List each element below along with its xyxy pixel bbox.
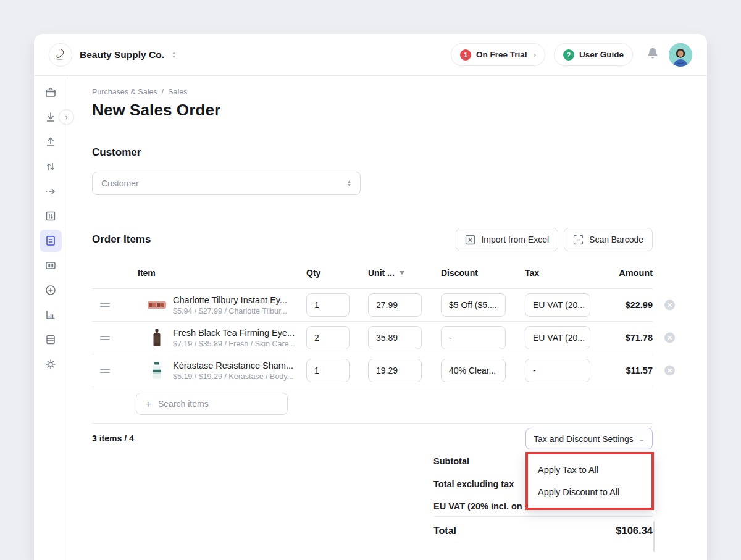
discount-select[interactable]: - [441, 326, 506, 349]
sidebar-item-sales-orders[interactable] [40, 230, 62, 252]
import-from-excel-label: Import from Excel [481, 235, 549, 244]
amount-value: $22.99 [590, 300, 653, 310]
item-thumbnail-eyeshadow-palette [146, 295, 167, 316]
tax-discount-settings-label: Tax and Discount Settings [534, 434, 634, 444]
notifications-bell-icon[interactable] [645, 46, 660, 64]
breadcrumb: Purchases & Sales / Sales [92, 88, 653, 96]
items-count: 3 items / 4 [92, 433, 134, 443]
item-name[interactable]: Charlotte Tilbury Instant Ey... [173, 295, 287, 305]
search-items-placeholder: Search items [158, 399, 209, 409]
sidebar-item-move-stock[interactable] [38, 179, 63, 204]
sidebar-expand-button[interactable]: › [59, 109, 74, 125]
customer-select-placeholder: Customer [101, 178, 139, 188]
column-discount: Discount [441, 268, 506, 278]
user-guide-label: User Guide [579, 50, 624, 59]
discount-select[interactable]: 40% Clear... [441, 359, 506, 382]
scan-barcode-label: Scan Barcode [589, 235, 643, 244]
breadcrumb-separator: / [162, 88, 164, 96]
chevron-right-icon: › [534, 50, 536, 59]
help-icon: ? [563, 49, 574, 61]
order-item-row: Fresh Black Tea Firming Eye... $7.19 / $… [92, 322, 653, 354]
order-items-heading: Order Items [92, 233, 151, 246]
sidebar-item-reports[interactable] [38, 303, 63, 327]
app-window: Beauty Supply Co. ▲▼ 1 On Free Trial › ?… [34, 34, 707, 560]
tax-select[interactable]: EU VAT (20... [525, 326, 590, 349]
total-value: $106.34 [616, 525, 653, 537]
drag-handle-icon[interactable] [92, 334, 117, 342]
amount-value: $11.57 [590, 366, 653, 375]
scrollbar-thumb[interactable] [653, 521, 655, 552]
sidebar-item-pick-list[interactable] [38, 204, 63, 228]
tax-select[interactable]: EU VAT (20... [525, 293, 590, 317]
tax-discount-settings-menu: Apply Tax to All Apply Discount to All [525, 452, 654, 510]
user-avatar[interactable] [669, 43, 692, 67]
sort-triangle-icon [400, 271, 404, 275]
unit-price-input[interactable] [368, 359, 422, 382]
logo-sketch-icon [52, 47, 69, 63]
customer-select[interactable]: Customer ▲▼ [92, 172, 361, 195]
search-items-button[interactable]: + Search items [136, 393, 288, 415]
sidebar-item-adjust-stock[interactable] [38, 154, 63, 179]
total-excluding-tax-label: Total excluding tax [433, 479, 514, 489]
sidebar [34, 76, 67, 560]
order-item-row: Kérastase Resistance Sham... $5.19 / $19… [92, 354, 653, 387]
remove-item-icon[interactable]: ✕ [664, 366, 675, 376]
drag-handle-icon[interactable] [92, 367, 117, 375]
menu-item-apply-discount-to-all[interactable]: Apply Discount to All [528, 481, 651, 503]
unit-price-input[interactable] [368, 293, 422, 317]
item-thumbnail-shampoo-bottle [146, 360, 167, 381]
company-name: Beauty Supply Co. [80, 49, 164, 61]
item-details: $7.19 / $35.89 / Fresh / Skin Care... [173, 340, 295, 348]
total-label: Total [433, 525, 456, 537]
summary-section: 3 items / 4 Tax and Discount Settings ⌄ … [92, 424, 653, 556]
on-free-trial-button[interactable]: 1 On Free Trial › [451, 43, 545, 66]
trial-label: On Free Trial [476, 50, 527, 59]
breadcrumb-purchases-sales[interactable]: Purchases & Sales [92, 88, 157, 96]
total-row: Total $106.34 [433, 516, 653, 537]
column-unit[interactable]: Unit ... [368, 268, 422, 278]
sidebar-item-add[interactable] [38, 278, 63, 303]
tax-discount-settings-button[interactable]: Tax and Discount Settings ⌄ [525, 428, 653, 449]
company-logo[interactable] [49, 43, 72, 67]
remove-item-icon[interactable]: ✕ [664, 333, 675, 343]
remove-item-icon[interactable]: ✕ [664, 300, 675, 311]
item-details: $5.94 / $27.99 / Charlotte Tilbur... [173, 307, 287, 316]
sidebar-item-barcodes[interactable] [38, 253, 63, 278]
qty-input[interactable] [306, 359, 350, 382]
user-guide-button[interactable]: ? User Guide [554, 43, 633, 66]
chevron-down-icon: ⌄ [637, 435, 646, 443]
subtotal-label: Subtotal [433, 456, 469, 466]
plus-icon: + [145, 399, 151, 409]
tax-select[interactable]: - [525, 359, 590, 382]
unit-price-input[interactable] [368, 326, 422, 349]
item-name[interactable]: Fresh Black Tea Firming Eye... [173, 328, 295, 338]
scan-icon [573, 235, 584, 245]
sidebar-item-packages[interactable] [38, 80, 63, 105]
drag-handle-icon[interactable] [92, 301, 117, 309]
sidebar-item-data[interactable] [38, 327, 63, 352]
qty-input[interactable] [306, 326, 350, 349]
page-title: New Sales Order [92, 101, 653, 120]
sidebar-item-settings[interactable] [38, 352, 63, 377]
column-amount: Amount [590, 268, 653, 278]
amount-value: $71.78 [590, 333, 653, 343]
menu-item-apply-tax-to-all[interactable]: Apply Tax to All [528, 459, 651, 481]
sidebar-item-stock-out[interactable] [38, 130, 63, 154]
discount-select[interactable]: $5 Off ($5.... [441, 293, 506, 317]
column-qty: Qty [306, 268, 350, 278]
item-name[interactable]: Kérastase Resistance Sham... [173, 361, 293, 370]
item-details: $5.19 / $19.29 / Kérastase / Body... [173, 372, 293, 381]
main-content: Purchases & Sales / Sales New Sales Orde… [67, 76, 707, 560]
import-from-excel-button[interactable]: Import from Excel [456, 228, 558, 251]
column-tax: Tax [525, 268, 590, 278]
company-switcher-icon[interactable]: ▲▼ [172, 51, 176, 59]
item-thumbnail-serum-bottle [146, 327, 167, 348]
qty-input[interactable] [306, 293, 350, 317]
top-bar: Beauty Supply Co. ▲▼ 1 On Free Trial › ?… [34, 34, 707, 76]
scan-barcode-button[interactable]: Scan Barcode [564, 228, 653, 251]
column-item: Item [92, 268, 306, 278]
order-items-table-header: Item Qty Unit ... Discount Tax Amount [92, 268, 653, 289]
breadcrumb-sales[interactable]: Sales [168, 88, 187, 96]
trial-badge-icon: 1 [460, 49, 471, 61]
column-unit-label: Unit ... [368, 268, 395, 278]
